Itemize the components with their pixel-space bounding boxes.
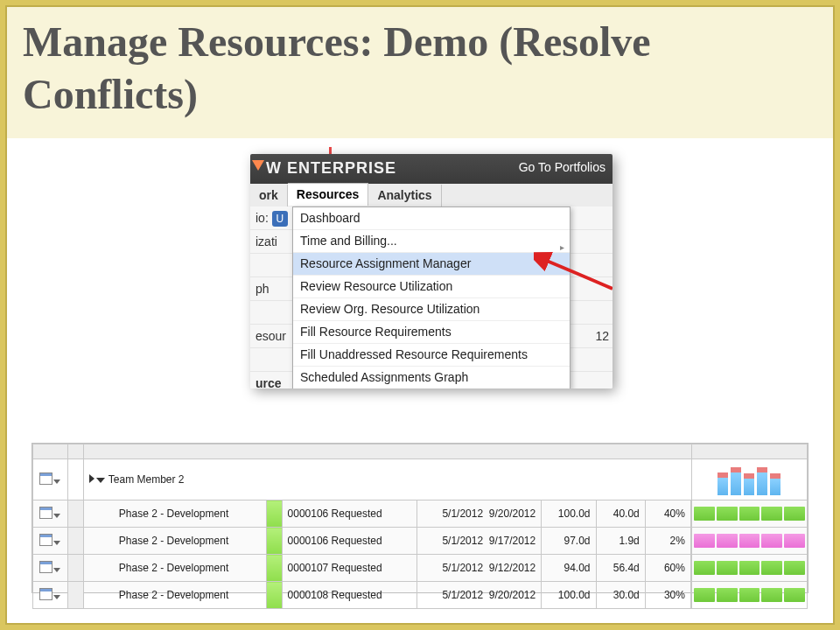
date-cell: 5/1/2012 9/17/2012 (417, 528, 542, 555)
status-mark-icon (266, 500, 282, 528)
underlay-text: esour (256, 325, 286, 347)
percent-cell: 30% (645, 582, 690, 609)
menu-review-resource-utilization[interactable]: Review Resource Utilization (293, 276, 570, 298)
underlay-text: io: (256, 211, 269, 225)
id-status-cell: 0000106 Requested (282, 500, 417, 528)
table-row[interactable]: Phase 2 - Development0000107 Requested5/… (33, 555, 808, 582)
calendar-icon[interactable] (39, 507, 52, 519)
app-screenshot: W ENTERPRISE Go To Portfolios orkResourc… (250, 154, 612, 388)
status-mark-icon (266, 582, 282, 609)
slide-frame: Manage Resources: Demo (Resolve Conflict… (5, 5, 835, 625)
id-status-cell: 0000108 Requested (282, 582, 417, 609)
tab-work[interactable]: ork (250, 185, 288, 206)
expand-right-icon[interactable] (89, 474, 94, 483)
menu-resource-assignment-manager[interactable]: Resource Assignment Manager (293, 253, 570, 276)
segment-bar (691, 528, 807, 555)
menu-dashboard[interactable]: Dashboard (293, 207, 570, 230)
value-cell: 30.0d (596, 582, 645, 609)
menu-fill-unaddressed-resource-requirements[interactable]: Fill Unaddressed Resource Requirements (293, 344, 570, 367)
slide-title: Manage Resources: Demo (Resolve Conflict… (23, 16, 816, 121)
team-row[interactable]: Team Member 2 (33, 459, 808, 500)
phase-cell: Phase 2 - Development (83, 528, 266, 555)
phase-cell: Phase 2 - Development (83, 500, 266, 528)
dropdown-icon[interactable] (53, 514, 60, 518)
table-head-row (33, 444, 808, 459)
underlay-text: 12 (595, 325, 609, 347)
duration-cell: 94.0d (542, 555, 596, 582)
table-row[interactable]: Phase 2 - Development0000108 Requested5/… (33, 582, 808, 609)
expand-down-icon[interactable] (96, 478, 105, 483)
status-mark-icon (266, 555, 282, 582)
tab-bar: orkResourcesAnalytics (250, 184, 612, 207)
dropdown-icon[interactable] (53, 595, 60, 599)
app-header: W ENTERPRISE Go To Portfolios (250, 154, 612, 184)
calendar-icon[interactable] (39, 472, 52, 485)
dropdown-icon[interactable] (53, 541, 60, 545)
tab-analytics[interactable]: Analytics (368, 185, 441, 206)
table-row[interactable]: Phase 2 - Development0000106 Requested5/… (33, 528, 808, 555)
percent-cell: 60% (645, 555, 690, 582)
resources-dropdown: Dashboard Time and Billing...▸ Resource … (292, 206, 570, 388)
calendar-icon[interactable] (39, 561, 52, 573)
dropdown-icon[interactable] (53, 568, 60, 572)
segment-bar (691, 500, 807, 528)
value-cell: 40.0d (596, 500, 645, 528)
table-row[interactable]: Phase 2 - Development0000106 Requested5/… (33, 500, 808, 528)
calendar-icon[interactable] (39, 588, 52, 600)
duration-cell: 97.0d (542, 528, 596, 555)
id-status-cell: 0000107 Requested (282, 555, 417, 582)
id-status-cell: 0000106 Requested (282, 528, 417, 555)
date-cell: 5/1/2012 9/12/2012 (417, 555, 542, 582)
menu-review-org-resource-utilization[interactable]: Review Org. Resource Utilization (293, 298, 570, 321)
duration-cell: 100.0d (542, 500, 596, 528)
status-mark-icon (266, 528, 282, 555)
phase-cell: Phase 2 - Development (83, 582, 266, 609)
load-chart (691, 459, 807, 500)
date-cell: 5/1/2012 9/20/2012 (417, 500, 542, 528)
menu-scheduled-assignments-graph[interactable]: Scheduled Assignments Graph (293, 367, 570, 388)
assignment-table: Team Member 2 Phase 2 - Development00001… (32, 444, 808, 609)
goto-portfolios-link[interactable]: Go To Portfolios (519, 160, 606, 174)
phase-cell: Phase 2 - Development (83, 555, 266, 582)
team-member-label: Team Member 2 (108, 473, 185, 486)
badge-icon: U (272, 211, 288, 227)
value-cell: 1.9d (596, 528, 645, 555)
dropdown-icon[interactable] (53, 480, 60, 484)
menu-time-billing[interactable]: Time and Billing...▸ (293, 230, 570, 253)
segment-bar (691, 582, 807, 609)
percent-cell: 2% (645, 528, 690, 555)
assignment-grid: Team Member 2 Phase 2 - Development00001… (32, 443, 808, 593)
duration-cell: 100.0d (542, 582, 596, 609)
tab-resources[interactable]: Resources (288, 183, 369, 206)
logo-triangle-icon (252, 160, 264, 171)
value-cell: 56.4d (596, 555, 645, 582)
segment-bar (691, 555, 807, 582)
menu-fill-resource-requirements[interactable]: Fill Resource Requirements (293, 321, 570, 344)
menu-label: Time and Billing... (300, 234, 397, 248)
logo-text: W ENTERPRISE (266, 159, 396, 178)
calendar-icon[interactable] (39, 534, 52, 546)
date-cell: 5/1/2012 9/20/2012 (417, 582, 542, 609)
percent-cell: 40% (645, 500, 690, 528)
